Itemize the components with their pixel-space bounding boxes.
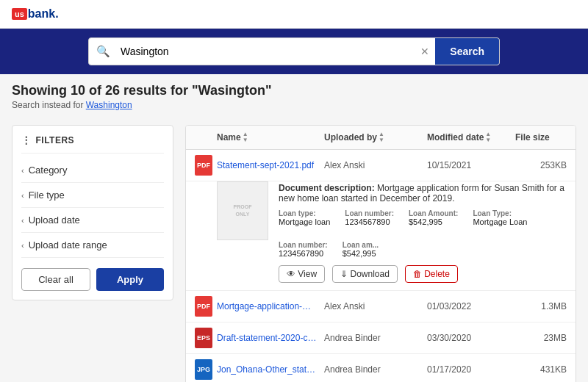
suggestion-link[interactable]: Washington	[86, 100, 132, 110]
results-suggestion: Search instead for Washington	[12, 100, 576, 110]
sort-arrows-date: ▲▼	[485, 131, 491, 143]
filter-icon: ⋮	[21, 134, 32, 145]
table-row[interactable]: EPS Draft-statement-2020-chase-bank-002.…	[186, 322, 576, 354]
clear-all-button[interactable]: Clear all	[21, 268, 90, 291]
filter-upload-date-range[interactable]: ‹ Upload date range	[21, 233, 164, 258]
view-button[interactable]: 👁 View	[279, 265, 325, 283]
sort-arrows-name: ▲▼	[243, 131, 248, 143]
logo-shield: us	[12, 8, 27, 20]
filter-category[interactable]: ‹ Category	[21, 158, 164, 183]
expanded-row: PROOFONLY Document description: Mortgage…	[186, 181, 576, 291]
top-bar: us bank.	[0, 0, 588, 29]
table-header: Name ▲▼ Uploaded by ▲▼ Modified date ▲▼ …	[186, 126, 576, 150]
chevron-icon: ‹	[21, 241, 24, 250]
results-title: Showing 10 of 26 results for "Wasington"	[12, 83, 576, 98]
file-type-icon: JPG	[195, 359, 212, 380]
file-uploader: Andrea Binder	[324, 364, 427, 375]
results-header: Showing 10 of 26 results for "Wasington"…	[0, 74, 588, 113]
file-section: Name ▲▼ Uploaded by ▲▼ Modified date ▲▼ …	[185, 125, 576, 382]
clear-search-icon[interactable]: ✕	[415, 46, 435, 57]
meta-item: Loan Type: Mortgage Loan	[473, 209, 527, 226]
file-date: 10/15/2021	[427, 160, 515, 170]
sort-arrows-uploader: ▲▼	[379, 131, 384, 143]
meta-item: Loan type: Mortgage loan	[279, 209, 330, 226]
col-name[interactable]: Name ▲▼	[217, 131, 324, 143]
file-name[interactable]: Mortgage-application-MJRM1234567890.pdf	[217, 301, 324, 311]
apply-button[interactable]: Apply	[96, 268, 164, 291]
meta-item: Loan Amount: $542,995	[409, 209, 458, 226]
doc-description: Document description: Mortgage applicati…	[279, 181, 567, 203]
file-date: 01/03/2022	[427, 301, 515, 311]
download-button[interactable]: ⇓ Download	[332, 265, 398, 283]
filter-actions: Clear all Apply	[21, 268, 164, 291]
delete-button[interactable]: 🗑 Delete	[405, 265, 458, 283]
search-input[interactable]	[118, 39, 415, 64]
doc-thumbnail: PROOFONLY	[217, 181, 268, 240]
file-type-icon: PDF	[195, 296, 212, 317]
file-name[interactable]: Jon_Ohana-Other_statement-2.jpg	[217, 364, 324, 375]
search-box-wrapper: 🔍 ✕ Search	[88, 37, 500, 65]
search-button[interactable]: Search	[435, 38, 499, 65]
filter-file-type[interactable]: ‹ File type	[21, 183, 164, 208]
logo: us bank.	[12, 7, 59, 21]
filter-upload-date[interactable]: ‹ Upload date	[21, 208, 164, 233]
table-row[interactable]: JPG Jon_Ohana-Other_statement-2.jpg Andr…	[186, 354, 576, 382]
doc-details: Document description: Mortgage applicati…	[279, 181, 567, 283]
file-uploader: Alex Anski	[324, 160, 427, 170]
file-uploader: Alex Anski	[324, 301, 427, 311]
main-content: ⋮ FILTERS ‹ Category ‹ File type ‹ Uploa…	[0, 113, 588, 382]
file-date: 01/17/2020	[427, 364, 515, 375]
meta-item: Loan number: 1234567890	[279, 241, 328, 258]
col-uploaded-by[interactable]: Uploaded by ▲▼	[324, 131, 427, 143]
file-size: 1.3MB	[515, 301, 567, 311]
file-name[interactable]: Draft-statement-2020-chase-bank-002.eps	[217, 333, 324, 343]
chevron-icon: ‹	[21, 216, 24, 225]
file-type-icon: PDF	[195, 155, 212, 176]
file-name[interactable]: Statement-sept-2021.pdf	[217, 160, 324, 170]
chevron-icon: ‹	[21, 166, 24, 175]
file-type-icon: EPS	[195, 328, 212, 348]
file-date: 03/30/2020	[427, 333, 515, 343]
col-modified-date[interactable]: Modified date ▲▼	[427, 131, 515, 143]
search-icon: 🔍	[89, 45, 118, 58]
filters-header: ⋮ FILTERS	[21, 134, 164, 154]
logo-text: bank.	[28, 7, 59, 21]
file-size: 431KB	[515, 364, 567, 375]
doc-actions: 👁 View ⇓ Download 🗑 Delete	[279, 265, 567, 283]
table-row[interactable]: PDF Mortgage-application-MJRM1234567890.…	[186, 291, 576, 322]
meta-item: Loan am... $542,995	[343, 241, 379, 258]
sidebar-filters: ⋮ FILTERS ‹ Category ‹ File type ‹ Uploa…	[12, 125, 173, 300]
file-uploader: Andrea Binder	[324, 333, 427, 343]
file-size: 253KB	[515, 160, 567, 170]
file-size: 23MB	[515, 333, 567, 343]
col-file-size: File size	[515, 132, 567, 143]
search-bar-section: 🔍 ✕ Search	[0, 29, 588, 74]
chevron-icon: ‹	[21, 191, 24, 200]
table-row[interactable]: PDF Statement-sept-2021.pdf Alex Anski 1…	[186, 150, 576, 181]
meta-item: Loan number: 1234567890	[345, 209, 394, 226]
doc-meta: Loan type: Mortgage loan Loan number: 12…	[279, 209, 567, 258]
